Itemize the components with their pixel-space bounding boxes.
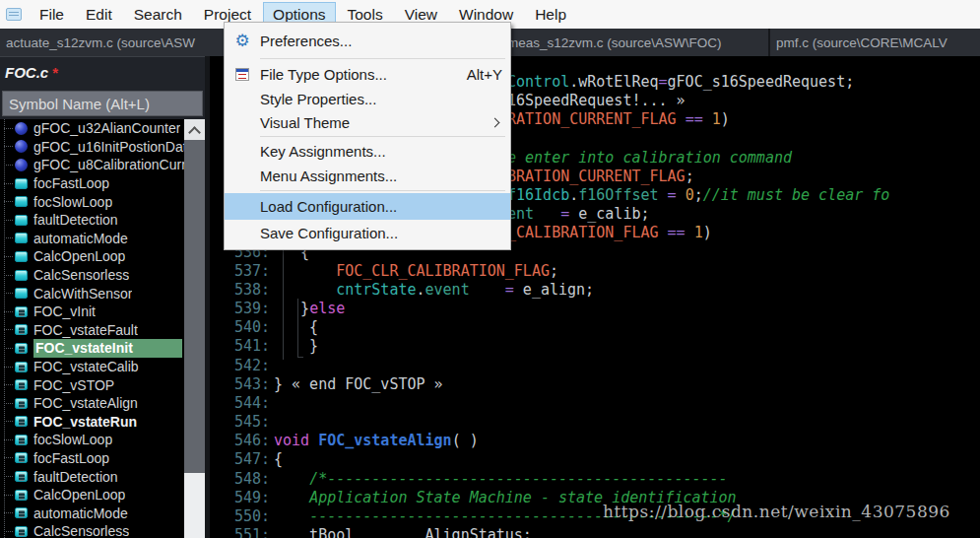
symbol-label: gFOC_u16InitPostionData [33, 139, 194, 155]
menubar-item-search[interactable]: Search [124, 2, 192, 27]
symbol-list-item-foc-vstatealign[interactable]: FOC_vstateAlign [0, 394, 205, 413]
file-name: FOC.c [5, 64, 48, 81]
code-text: f16Idcb.f16Offset = 0;//it must be clear… [507, 186, 889, 204]
code-text: }else [274, 300, 345, 317]
symbol-filter [0, 90, 205, 119]
menubar-item-help[interactable]: Help [525, 2, 576, 27]
menu-item-label: Load Configuration... [260, 198, 502, 215]
code-line: 547:{ [210, 450, 980, 469]
code-token: { [274, 318, 318, 336]
menubar-item-file[interactable]: File [30, 2, 74, 27]
symbol-label: FOC_vstateInit [33, 339, 182, 358]
symbol-list-item-calcopenloop[interactable]: CalcOpenLoop [0, 486, 205, 504]
editor-tab-1[interactable]: meas_s12zvm.c (source\ASW\FOC) [499, 29, 768, 56]
menu-item-load-configuration[interactable]: Load Configuration... [225, 193, 510, 220]
code-token: ) [703, 224, 712, 241]
symbol-list-item-foc-vinit[interactable]: FOC_vInit [0, 303, 205, 321]
line-number: 545: [225, 413, 270, 431]
code-text: e enter into calibration command [507, 149, 792, 167]
menu-item-visual-theme[interactable]: Visual Theme [225, 110, 510, 134]
tree-connector [4, 421, 13, 422]
symbol-list-item-calcopenloop[interactable]: CalcOpenLoop [0, 247, 205, 266]
symbol-label: automaticMode [33, 505, 128, 521]
symbol-label: FOC_vstateCalib [33, 359, 139, 374]
symbol-label: focFastLoop [33, 450, 109, 466]
symbol-list-item-calcwithsensor[interactable]: CalcWithSensor [0, 284, 205, 303]
scrollbar-thumb[interactable] [184, 473, 205, 538]
code-text: BRATION_CURRENT_FLAG; [507, 168, 694, 185]
symbol-list-item-focslowloop[interactable]: focSlowLoop [0, 192, 205, 211]
symbol-list-item-faultdetection[interactable]: faultDetection [0, 211, 205, 230]
code-token: //it must be clear fo [703, 186, 890, 204]
line-number: 541: [225, 337, 270, 355]
code-line: 551: tBool AlignStatus; [210, 526, 980, 538]
code-token [274, 507, 309, 525]
menubar-item-edit[interactable]: Edit [76, 2, 122, 27]
symbol-label: gFOC_u8CalibrationCurrer [33, 157, 198, 172]
symbol-list-item-foc-vstatefault[interactable]: FOC_vstateFault [0, 321, 205, 340]
line-number: 547: [225, 450, 270, 468]
symbol-list-item-foc-vstop[interactable]: FOC_vSTOP [0, 375, 205, 394]
tree-connector [4, 495, 13, 496]
tree-connector [4, 531, 13, 532]
code-token: ent [507, 205, 534, 223]
line-number: 542: [225, 357, 270, 374]
symbol-label: CalcSensorless [33, 523, 129, 538]
menu-item-style-properties[interactable]: Style Properties... [225, 87, 510, 110]
tree-connector [4, 128, 13, 129]
symbol-list-item-foc-vstatecalib[interactable]: FOC_vstateCalib [0, 358, 205, 376]
code-token [659, 224, 668, 241]
symbol-list-item-gfoc-u8calibrationcurrer[interactable]: gFOC_u8CalibrationCurrer [0, 156, 205, 174]
menu-item-file-type-options[interactable]: File Type Options...Alt+Y [225, 61, 510, 87]
symbol-label: focSlowLoop [33, 432, 112, 447]
symbol-list-item-automaticmode[interactable]: automaticMode [0, 230, 205, 248]
submenu-arrow-icon [490, 117, 500, 127]
menu-item-save-configuration[interactable]: Save Configuration... [225, 220, 510, 246]
code-line: 537: FOC_CLR_CALIBRATION_FLAG; [210, 262, 980, 281]
editor-tab-2[interactable]: pmf.c (source\CORE\MCALV [768, 29, 980, 56]
menu-item-menu-assignments[interactable]: Menu Assignments... [225, 164, 510, 188]
tree-connector [4, 237, 13, 238]
symbol-list-item-calcsensorless[interactable]: CalcSensorless [0, 522, 205, 538]
symbol-label: gFOC_u32AlianCounter [33, 120, 180, 136]
menu-separator [260, 136, 505, 137]
global-variable-icon [15, 140, 28, 153]
symbol-label: CalcOpenLoop [33, 487, 125, 503]
code-token: . [569, 186, 578, 204]
tree-connector [4, 439, 13, 440]
code-token: e enter into calibration command [507, 149, 792, 167]
tree-connector [4, 367, 13, 368]
function-def-icon [15, 435, 28, 445]
symbol-list-item-gfoc-u32aliancounter[interactable]: gFOC_u32AlianCounter [0, 119, 205, 138]
function-def-icon [15, 343, 28, 354]
symbol-list-item-faultdetection[interactable]: faultDetection [0, 467, 205, 486]
symbol-filter-input[interactable] [2, 91, 203, 116]
code-token: ( ) [452, 432, 479, 449]
symbol-list-item-automaticmode[interactable]: automaticMode [0, 504, 205, 522]
code-token [274, 262, 336, 280]
menu-item-key-assignments[interactable]: Key Assignments... [225, 139, 510, 164]
symbol-label: FOC_vInit [33, 303, 96, 319]
code-token: { [274, 450, 283, 468]
symbol-list: gFOC_u32AlianCountergFOC_u16InitPostionD… [0, 119, 205, 538]
code-token: /*--------------------------------------… [309, 470, 727, 488]
tree-connector [4, 256, 13, 257]
app-icon [6, 8, 22, 21]
symbol-list-item-focfastloop[interactable]: focFastLoop [0, 174, 205, 193]
symbol-list-item-calcsensorless[interactable]: CalcSensorless [0, 266, 205, 285]
code-token [274, 281, 336, 299]
symbol-list-item-foc-vstateinit[interactable]: FOC_vstateInit [0, 339, 205, 358]
symbol-list-item-focslowloop[interactable]: focSlowLoop [0, 431, 205, 449]
scroll-up-arrow-icon[interactable] [184, 119, 205, 140]
symbol-list-item-focfastloop[interactable]: focFastLoop [0, 449, 205, 468]
code-text: 16SpeedRequest!... » [507, 92, 686, 109]
symbol-list-item-gfoc-u16initpostiondata[interactable]: gFOC_u16InitPostionData [0, 138, 205, 157]
tree-connector [4, 220, 13, 221]
sidebar-scrollbar[interactable] [184, 119, 205, 538]
menu-item-label: Style Properties... [260, 91, 502, 107]
menu-item-label: Save Configuration... [260, 225, 502, 241]
symbol-list-item-foc-vstaterun[interactable]: FOC_vstateRun [0, 413, 205, 432]
modified-marker: * [48, 64, 58, 81]
menu-item-preferences[interactable]: ⚙Preferences... [225, 26, 510, 56]
line-number: 539: [225, 300, 270, 317]
